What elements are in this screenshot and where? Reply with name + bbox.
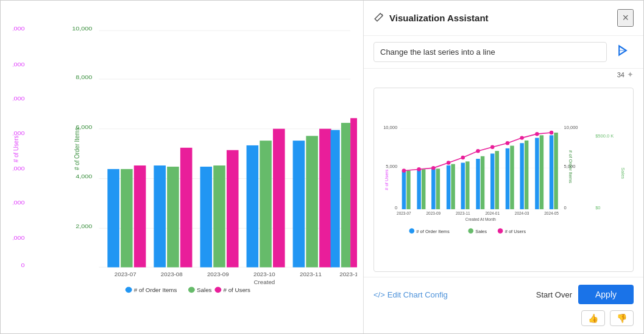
bar-pink-2 (180, 148, 193, 268)
bar-blue-3 (200, 167, 212, 267)
svg-rect-69 (540, 135, 543, 209)
svg-rect-62 (490, 153, 494, 209)
thumbs-up-icon: 👍 (588, 313, 598, 323)
svg-text:2023-11: 2023-11 (300, 271, 322, 277)
svg-point-76 (461, 156, 465, 159)
svg-text:2024-05: 2024-05 (544, 211, 559, 215)
svg-rect-60 (476, 159, 479, 209)
edit-chart-config-link[interactable]: </> Edit Chart Config (373, 290, 448, 299)
footer-actions: </> Edit Chart Config Start Over Apply (373, 285, 634, 304)
svg-text:8,000: 8,000 (76, 74, 92, 80)
svg-point-79 (506, 141, 509, 145)
svg-text:# of Users: # of Users (384, 169, 389, 190)
svg-text:2023-07: 2023-07 (397, 211, 411, 215)
svg-rect-58 (461, 163, 465, 209)
bar-blue-4 (247, 145, 259, 267)
thumbs-down-button[interactable]: 👎 (610, 310, 634, 326)
main-chart-legend: # of Order Items Sales # of Users (126, 287, 251, 293)
svg-text:2,000: 2,000 (13, 200, 25, 206)
svg-text:0: 0 (395, 205, 397, 210)
main-chart-svg: 7,000 6,000 5,000 4,000 3,000 2,000 1,00… (13, 13, 357, 297)
svg-rect-63 (495, 151, 499, 209)
bar-pink-3 (227, 150, 239, 268)
svg-text:2023-07: 2023-07 (115, 271, 136, 277)
svg-text:7,000: 7,000 (13, 26, 25, 32)
svg-text:$0: $0 (595, 205, 600, 210)
svg-rect-53 (422, 169, 425, 209)
thumbs-down-icon: 👎 (617, 313, 627, 323)
bar-green-2 (167, 167, 179, 267)
bar-green-6 (341, 123, 350, 267)
svg-text:2024-01: 2024-01 (485, 211, 500, 215)
sparkle-icon: ✦ (627, 70, 634, 79)
svg-text:# of Order Items: # of Order Items (568, 150, 573, 184)
svg-text:2023-09: 2023-09 (207, 271, 229, 277)
apply-button[interactable]: Apply (578, 285, 634, 304)
panel-header: Visualization Assistant × (364, 1, 643, 36)
prompt-input[interactable] (373, 42, 607, 62)
svg-point-94 (498, 228, 503, 234)
svg-text:4,000: 4,000 (76, 173, 92, 179)
x-axis-preview: 2023-07 2023-09 2023-11 2024-01 2024-03 … (397, 211, 559, 222)
svg-point-92 (468, 228, 473, 234)
svg-point-74 (431, 166, 435, 170)
svg-text:Sales: Sales (475, 229, 487, 234)
chart-area: 7,000 6,000 5,000 4,000 3,000 2,000 1,00… (1, 1, 363, 333)
svg-text:# of Order Items: # of Order Items (73, 128, 80, 170)
send-button[interactable] (612, 42, 634, 62)
x-axis-labels: 2023-07 2023-08 2023-09 2023-10 2023-11 … (115, 271, 357, 285)
svg-point-72 (402, 169, 406, 172)
preview-chart-svg: # of Users 10,000 5,000 0 10,000 5,000 0… (379, 93, 628, 266)
preview-bars (402, 133, 558, 209)
svg-point-28 (126, 287, 132, 293)
svg-rect-66 (520, 143, 523, 209)
input-row (364, 36, 643, 69)
svg-text:Sales: Sales (620, 167, 626, 179)
code-icon: </> (373, 290, 385, 299)
char-count: 34 (617, 71, 625, 78)
bar-blue-1 (107, 169, 119, 268)
svg-text:Sales: Sales (197, 288, 212, 293)
svg-rect-50 (402, 170, 406, 209)
svg-point-75 (447, 161, 450, 164)
svg-rect-57 (451, 164, 455, 209)
char-count-row: 34 ✦ (364, 69, 643, 83)
svg-rect-68 (535, 138, 539, 209)
start-over-button[interactable]: Start Over (536, 290, 572, 299)
svg-text:2,000: 2,000 (76, 223, 92, 229)
svg-point-82 (550, 131, 553, 134)
svg-text:2023-11: 2023-11 (456, 211, 470, 215)
svg-point-32 (214, 287, 221, 293)
bar-blue-5 (293, 141, 305, 267)
bar-green-1 (121, 169, 133, 268)
svg-rect-55 (436, 169, 440, 209)
svg-text:2023-10: 2023-10 (253, 271, 275, 277)
svg-text:# of Order Items: # of Order Items (416, 229, 450, 234)
svg-rect-52 (417, 169, 420, 209)
svg-text:0: 0 (21, 262, 25, 268)
svg-rect-59 (465, 161, 469, 209)
svg-text:5,000: 5,000 (13, 96, 25, 102)
close-button[interactable]: × (617, 9, 634, 27)
visualization-assistant-panel: Visualization Assistant × 34 ✦ # of User… (363, 1, 643, 333)
svg-text:10,000: 10,000 (72, 26, 92, 32)
svg-point-78 (490, 145, 494, 148)
svg-text:6,000: 6,000 (13, 61, 25, 67)
svg-point-80 (520, 136, 523, 139)
bar-pink-5 (319, 129, 331, 268)
footer-buttons: Start Over Apply (536, 285, 634, 304)
bar-blue-2 (154, 165, 166, 267)
svg-point-77 (476, 149, 479, 153)
svg-text:1,000: 1,000 (13, 234, 25, 240)
svg-text:Created: Created (254, 279, 275, 285)
svg-text:# of Order Items: # of Order Items (134, 288, 177, 293)
svg-text:# of Users: # of Users (505, 229, 526, 234)
preview-legend: # of Order Items Sales # of Users (409, 228, 526, 234)
svg-text:0: 0 (564, 205, 567, 210)
svg-text:# of Users: # of Users (13, 136, 19, 162)
bar-blue-6 (331, 130, 340, 268)
edit-config-label: Edit Chart Config (387, 290, 448, 299)
svg-rect-67 (525, 141, 528, 209)
thumbs-up-button[interactable]: 👍 (581, 310, 605, 326)
preview-container: # of Users 10,000 5,000 0 10,000 5,000 0… (373, 88, 634, 272)
